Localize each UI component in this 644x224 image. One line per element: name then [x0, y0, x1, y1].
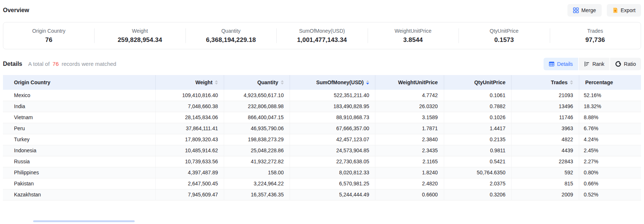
column-header-pct: Percentage: [579, 75, 641, 90]
export-button-label: Export: [621, 7, 636, 13]
cell-origin: Turkey: [3, 134, 155, 145]
export-button[interactable]: Export: [607, 4, 641, 17]
ratio-icon: [615, 61, 621, 67]
caret-up-icon: [366, 80, 369, 82]
column-label: QtyUnitPrice: [474, 79, 506, 85]
cell-trades: 13496: [512, 101, 579, 112]
column-header-quantity[interactable]: Quantity: [224, 75, 290, 90]
column-header-qup: QtyUnitPrice: [444, 75, 512, 90]
stat-value: 6,368,194,229.18: [206, 36, 256, 44]
cell-weight: 10,739,633.56: [155, 156, 224, 167]
merge-button[interactable]: Merge: [567, 4, 602, 17]
cell-wup: 4.7742: [375, 90, 444, 101]
details-title: Details: [3, 61, 22, 67]
sort-carets: [570, 80, 573, 85]
cell-qup: 0.3206: [444, 189, 512, 200]
cell-pct: 4.24%: [579, 134, 641, 145]
sort-carets: [366, 80, 369, 85]
tab-label: Details: [557, 61, 573, 67]
column-label: SumOfMoney(USD): [316, 79, 364, 85]
top-bar: Overview Merge Export: [3, 4, 641, 17]
cell-origin: Vietnam: [3, 112, 155, 123]
cell-sum: 24,573,904.85: [290, 145, 375, 156]
cell-origin: Pakistan: [3, 178, 155, 189]
cell-pct: 6.76%: [579, 123, 641, 134]
cell-weight: 37,864,111.41: [155, 123, 224, 134]
cell-sum: 67,666,357.00: [290, 123, 375, 134]
cell-trades: 592: [512, 167, 579, 178]
cell-quantity: 25,048,228.86: [224, 145, 290, 156]
cell-quantity: 866,400,047.15: [224, 112, 290, 123]
cell-pct: 2.27%: [579, 156, 641, 167]
caret-down-icon: [215, 83, 218, 85]
column-header-trades[interactable]: Trades: [512, 75, 579, 90]
details-table: Origin CountryWeightQuantitySumOfMoney(U…: [3, 75, 641, 200]
stat-label: Weight: [132, 28, 148, 34]
cell-sum: 5,244,444.49: [290, 189, 375, 200]
cell-origin: Kazakhstan: [3, 189, 155, 200]
table-icon: [549, 61, 555, 67]
cell-weight: 10,485,914.62: [155, 145, 224, 156]
cell-quantity: 232,806,088.98: [224, 101, 290, 112]
cell-trades: 815: [512, 178, 579, 189]
page: Overview Merge Export Origin Country 76 …: [0, 4, 644, 200]
cell-origin: Mexico: [3, 90, 155, 101]
tab-rank[interactable]: Rank: [579, 58, 610, 70]
stat-value: 0.1573: [494, 36, 514, 44]
merge-button-label: Merge: [581, 7, 596, 13]
cell-qup: 0.1026: [444, 112, 512, 123]
cell-sum: 8,020,812.33: [290, 167, 375, 178]
cell-weight: 7,048,660.38: [155, 101, 224, 112]
stat-value: 76: [45, 36, 52, 44]
stat-value: 97,736: [585, 36, 605, 44]
column-header-wup: WeightUnitPrice: [375, 75, 444, 90]
stat-value: 3.8544: [403, 36, 423, 44]
cell-sum: 522,351,211.40: [290, 90, 375, 101]
column-label: Trades: [551, 79, 567, 85]
stat-label: Trades: [587, 28, 603, 34]
rank-icon: [584, 61, 590, 67]
stat-value: 259,828,954.34: [118, 36, 162, 44]
cell-wup: 1.7871: [375, 123, 444, 134]
cell-quantity: 41,932,272.82: [224, 156, 290, 167]
tab-label: Ratio: [624, 61, 636, 67]
stat-trades: Trades 97,736: [550, 22, 641, 49]
cell-wup: 2.4820: [375, 178, 444, 189]
cell-qup: 0.1061: [444, 90, 512, 101]
cell-wup: 1.8240: [375, 167, 444, 178]
stat-weight-unit-price: WeightUnitPrice 3.8544: [368, 22, 459, 49]
column-label: Percentage: [585, 79, 613, 85]
caret-down-icon: [570, 83, 573, 85]
summary-suffix: records were matched: [62, 61, 116, 67]
stat-qty-unit-price: QtyUnitPrice 0.1573: [459, 22, 549, 49]
cell-weight: 17,809,320.43: [155, 134, 224, 145]
tab-details[interactable]: Details: [544, 58, 578, 70]
export-icon: [612, 7, 618, 13]
column-label: Weight: [195, 79, 212, 85]
details-left: Details A total of76records were matched: [3, 61, 116, 67]
cell-wup: 0.6600: [375, 189, 444, 200]
cell-pct: 8.88%: [579, 112, 641, 123]
merge-icon: [573, 7, 579, 13]
tab-ratio[interactable]: Ratio: [610, 58, 641, 70]
caret-down-icon: [366, 83, 369, 85]
column-label: Quantity: [257, 79, 278, 85]
cell-qup: 0.7882: [444, 101, 512, 112]
page-title: Overview: [3, 7, 29, 14]
cell-wup: 3.1589: [375, 112, 444, 123]
cell-weight: 28,145,834.06: [155, 112, 224, 123]
horizontal-scrollbar-thumb[interactable]: [33, 220, 135, 222]
table-row: Vietnam28,145,834.06866,400,047.1588,910…: [3, 112, 641, 123]
cell-qup: 0.5421: [444, 156, 512, 167]
view-switch: DetailsRankRatio: [544, 58, 641, 70]
column-header-sum[interactable]: SumOfMoney(USD): [290, 75, 375, 90]
match-count: 76: [53, 61, 59, 67]
cell-qup: 50,764.6350: [444, 167, 512, 178]
cell-quantity: 198,838,273.29: [224, 134, 290, 145]
cell-sum: 6,570,981.25: [290, 178, 375, 189]
column-header-weight[interactable]: Weight: [155, 75, 224, 90]
cell-origin: Indonesia: [3, 145, 155, 156]
sort-carets: [281, 80, 284, 85]
stat-label: SumOfMoney(USD): [299, 28, 345, 34]
cell-wup: 2.1165: [375, 156, 444, 167]
